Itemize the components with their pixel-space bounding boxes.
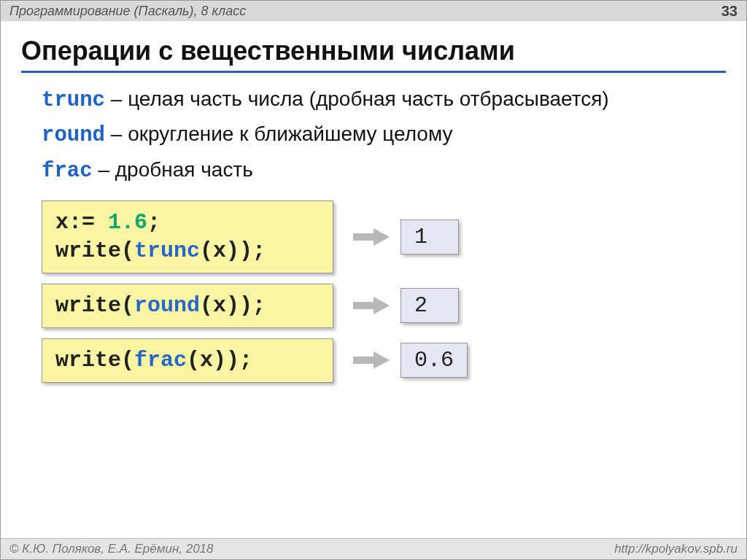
code-box: write(round(x));	[42, 284, 333, 328]
svg-marker-3	[374, 297, 390, 314]
svg-rect-4	[353, 357, 374, 364]
keyword: frac	[42, 159, 93, 183]
keyword: round	[42, 123, 105, 147]
number-literal: 1.6	[108, 210, 147, 235]
output-box: 2	[400, 288, 459, 323]
code-token: write(	[55, 348, 134, 373]
code-box: x:= 1.6;write(trunc(x));	[42, 201, 333, 273]
code-line: x:= 1.6;	[55, 209, 320, 237]
header-left: Программирование (Паскаль), 8 класс	[9, 4, 246, 19]
footer-left: © К.Ю. Поляков, Е.А. Ерёмин, 2018	[9, 542, 214, 556]
code-token: (x));	[200, 293, 266, 318]
code-token: write(	[55, 238, 134, 263]
page-number: 33	[721, 3, 738, 20]
code-line: write(trunc(x));	[55, 237, 320, 265]
output-box: 0.6	[400, 343, 468, 378]
output-box: 1	[400, 219, 459, 254]
example-row: x:= 1.6;write(trunc(x));1	[42, 201, 711, 273]
definition-text: – округление к ближайшему целому	[105, 122, 452, 145]
definitions-list: trunc – целая часть числа (дробная часть…	[42, 86, 711, 184]
code-token: x:=	[55, 210, 108, 235]
footer-bar: © К.Ю. Поляков, Е.А. Ерёмин, 2018 http:/…	[1, 538, 746, 559]
definition-text: – дробная часть	[93, 158, 253, 181]
example-row: write(round(x));2	[42, 284, 711, 328]
svg-rect-2	[353, 302, 374, 309]
code-token: (x));	[187, 348, 252, 373]
slide-body: trunc – целая часть числа (дробная часть…	[42, 86, 711, 383]
code-token: ;	[147, 210, 160, 235]
header-bar: Программирование (Паскаль), 8 класс 33	[1, 1, 746, 21]
footer-right: http://kpolyakov.spb.ru	[614, 542, 738, 556]
arrow-icon	[349, 226, 393, 248]
arrow-icon	[349, 295, 393, 316]
definition: frac – дробная часть	[42, 157, 711, 184]
example-row: write(frac(x));0.6	[42, 338, 711, 383]
code-line: write(round(x));	[55, 292, 320, 320]
examples-list: x:= 1.6;write(trunc(x));1write(round(x))…	[42, 201, 711, 383]
definition-text: – целая часть числа (дробная часть отбра…	[105, 88, 609, 110]
svg-marker-1	[374, 228, 390, 246]
svg-rect-0	[353, 233, 374, 241]
svg-marker-5	[374, 351, 390, 369]
function-name: frac	[134, 348, 187, 373]
code-token: write(	[55, 293, 134, 318]
code-token: (x));	[200, 238, 266, 263]
keyword: trunc	[42, 88, 105, 112]
function-name: round	[134, 293, 200, 318]
code-box: write(frac(x));	[42, 338, 333, 383]
definition: trunc – целая часть числа (дробная часть…	[42, 86, 711, 114]
slide-title: Операции с вещественными числами	[21, 36, 726, 73]
slide: Программирование (Паскаль), 8 класс 33 О…	[0, 0, 747, 560]
definition: round – округление к ближайшему целому	[42, 121, 711, 149]
arrow-icon	[349, 349, 393, 371]
function-name: trunc	[134, 238, 200, 263]
code-line: write(frac(x));	[55, 346, 320, 375]
